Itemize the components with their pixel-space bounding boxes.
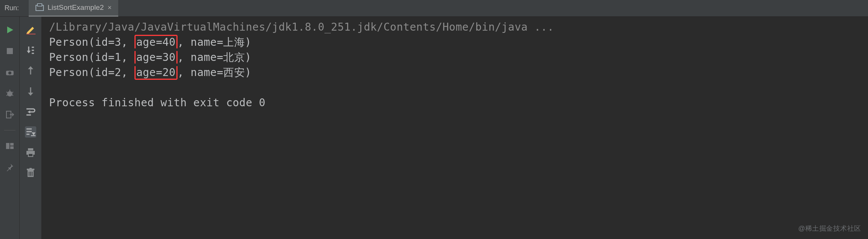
svg-marker-23 [28,66,33,69]
run-tab-label: ListSortExample2 [48,3,104,12]
svg-marker-31 [32,132,36,135]
run-tab[interactable]: ListSortExample2 × [29,0,118,17]
stop-button[interactable] [4,45,15,57]
svg-rect-3 [7,48,13,54]
debug-button[interactable] [4,88,15,99]
svg-rect-13 [6,143,9,149]
svg-line-8 [6,92,8,93]
run-toolwindow-header: Run: ListSortExample2 × [0,0,868,17]
svg-rect-35 [28,154,33,157]
exit-line: Process finished with exit code 0 [49,95,868,110]
console-gutter [20,17,42,239]
soft-wrap-icon[interactable] [25,106,36,117]
layout-button[interactable] [4,140,15,152]
svg-rect-15 [10,146,14,149]
run-toolwindow-body: /Library/Java/JavaVirtualMachines/jdk1.8… [0,17,868,239]
svg-line-10 [6,95,8,96]
svg-point-5 [8,71,11,74]
svg-marker-26 [28,110,30,113]
highlight-box: age=20 [134,66,178,80]
svg-rect-1 [37,4,42,6]
output-row: Person(id=2, age=20, name=西安) [49,65,868,80]
run-label: Run: [0,4,29,12]
pin-button[interactable] [4,161,15,173]
up-arrow-icon[interactable] [25,65,36,76]
trash-icon[interactable] [25,167,36,178]
watermark: @稀土掘金技术社区 [798,221,861,236]
highlight-icon[interactable] [25,24,36,36]
highlight-box: age=30 [134,51,178,64]
svg-line-9 [12,92,13,93]
svg-rect-33 [28,148,33,151]
svg-line-11 [12,95,13,96]
close-tab-icon[interactable]: × [108,4,112,12]
run-config-icon [36,3,44,12]
scroll-to-end-icon[interactable] [25,126,36,138]
highlight-box: age=40 [134,35,178,48]
svg-rect-14 [10,143,14,146]
print-icon[interactable] [25,147,36,158]
svg-marker-2 [7,26,13,33]
rerun-button[interactable] [4,24,15,36]
blank-line [49,80,868,95]
exit-button[interactable] [4,109,15,120]
output-row: Person(id=3, age=40, name=上海) [49,35,868,50]
down-arrow-icon[interactable] [25,85,36,97]
svg-rect-38 [29,168,32,169]
run-left-gutter [0,17,20,239]
svg-rect-16 [26,34,36,34]
output-row: Person(id=1, age=30, name=北京) [49,50,868,65]
svg-point-6 [7,91,12,96]
dump-threads-button[interactable] [4,67,15,78]
step-down-icon[interactable] [25,45,36,56]
command-line: /Library/Java/JavaVirtualMachines/jdk1.8… [49,20,868,35]
console-output[interactable]: /Library/Java/JavaVirtualMachines/jdk1.8… [42,17,868,239]
svg-marker-25 [28,93,33,96]
gutter-separator [4,130,15,130]
svg-marker-18 [27,51,31,53]
